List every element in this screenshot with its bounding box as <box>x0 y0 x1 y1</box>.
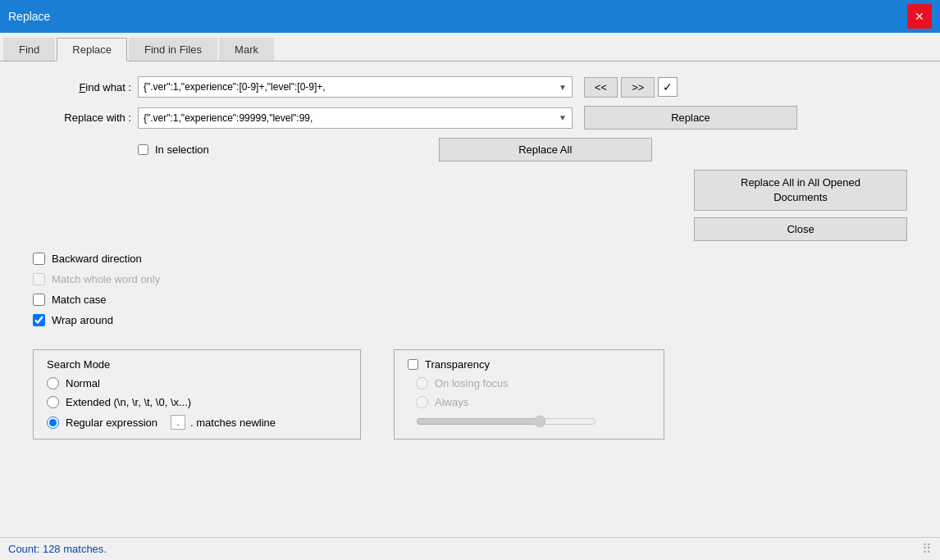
transparency-label: Transparency <box>425 358 490 371</box>
replace-with-row: Replace with : {".ver":1,"experience":99… <box>16 106 924 130</box>
next-button[interactable]: >> <box>621 77 655 98</box>
regex-radio[interactable] <box>47 417 59 429</box>
transparency-slider[interactable] <box>416 415 596 428</box>
replace-button[interactable]: Replace <box>584 106 797 130</box>
always-radio[interactable] <box>416 396 428 408</box>
title-bar: Replace ✕ <box>0 0 940 33</box>
extended-radio[interactable] <box>47 396 59 408</box>
backward-direction-label: Backward direction <box>52 253 142 265</box>
extended-label: Extended (\n, \r, \t, \0, \x...) <box>66 396 191 408</box>
tab-replace[interactable]: Replace <box>57 38 127 61</box>
on-losing-focus-radio[interactable] <box>416 377 428 389</box>
window-title: Replace <box>8 10 50 23</box>
replace-all-opened-button[interactable]: Replace All in All Opened Documents <box>694 170 907 211</box>
wrap-around-label: Wrap around <box>52 314 113 326</box>
replace-with-combo[interactable]: {".ver":1,"experience":99999,"level":99,… <box>138 107 573 129</box>
matches-newline-label: . matches newline <box>190 417 276 429</box>
find-what-label: Find what : <box>16 81 131 93</box>
find-what-row: Find what : {".ver":1,"experience":[0-9]… <box>16 76 924 98</box>
match-case-checkbox[interactable] <box>33 294 45 306</box>
tab-find[interactable]: Find <box>3 38 55 61</box>
tab-bar: Find Replace Find in Files Mark <box>0 33 940 61</box>
checkboxes-area: Backward direction Match whole word only… <box>16 253 924 326</box>
always-label: Always <box>435 396 468 408</box>
normal-label: Normal <box>66 377 100 389</box>
replace-with-value: {".ver":1,"experience":99999,"level":99, <box>144 112 313 124</box>
regex-label: Regular expression <box>66 417 157 429</box>
backward-direction-item: Backward direction <box>33 253 924 265</box>
find-what-arrow[interactable]: ▼ <box>559 83 567 92</box>
slider-row <box>408 415 650 430</box>
status-text: Count: 128 matches. <box>8 543 107 555</box>
match-whole-word-checkbox[interactable] <box>33 273 45 285</box>
on-losing-focus-label: On losing focus <box>435 377 509 389</box>
find-what-combo[interactable]: {".ver":1,"experience":[0-9]+,"level":[0… <box>138 76 573 98</box>
nav-buttons: << >> ✓ <box>584 77 678 98</box>
match-case-item: Match case <box>33 294 924 306</box>
match-whole-word-label: Match whole word only <box>52 273 160 285</box>
main-content: Find what : {".ver":1,"experience":[0-9]… <box>0 61 940 346</box>
wrap-around-checkbox[interactable] <box>33 314 45 326</box>
wrap-around-item: Wrap around <box>33 314 924 326</box>
prev-button[interactable]: << <box>584 77 618 98</box>
search-mode-box: Search Mode Normal Extended (\n, \r, \t,… <box>33 349 361 439</box>
status-bar: Count: 128 matches. ⠿ <box>0 537 940 560</box>
close-window-button[interactable]: ✕ <box>907 4 932 29</box>
close-dialog-button[interactable]: Close <box>694 217 907 241</box>
status-dots: ⠿ <box>922 541 932 557</box>
replace-with-arrow[interactable]: ▼ <box>559 113 567 122</box>
replace-all-button[interactable]: Replace All <box>439 138 652 162</box>
tab-mark[interactable]: Mark <box>219 38 274 61</box>
replace-with-label: Replace with : <box>16 112 131 124</box>
extended-radio-item: Extended (\n, \r, \t, \0, \x...) <box>47 396 347 408</box>
find-what-value: {".ver":1,"experience":[0-9]+,"level":[0… <box>144 81 326 93</box>
backward-direction-checkbox[interactable] <box>33 253 45 265</box>
in-selection-checkbox[interactable] <box>138 144 148 155</box>
match-whole-word-item: Match whole word only <box>33 273 924 285</box>
normal-radio[interactable] <box>47 377 59 389</box>
regex-radio-item: Regular expression <box>47 417 157 429</box>
always-item: Always <box>416 396 650 408</box>
normal-radio-item: Normal <box>47 377 347 389</box>
transparency-checkbox[interactable] <box>408 359 418 370</box>
transparency-options: On losing focus Always <box>408 377 650 408</box>
replace-all-opened-label: Replace All in All Opened Documents <box>741 176 860 203</box>
search-mode-title: Search Mode <box>47 358 347 371</box>
verify-checkbox[interactable]: ✓ <box>658 77 678 97</box>
tab-find-in-files[interactable]: Find in Files <box>129 38 217 61</box>
on-losing-focus-item: On losing focus <box>416 377 650 389</box>
bottom-row: Search Mode Normal Extended (\n, \r, \t,… <box>0 349 940 439</box>
in-selection-label: In selection <box>155 143 209 156</box>
matches-newline-box: . . matches newline <box>171 415 276 430</box>
transparency-header: Transparency <box>408 358 650 371</box>
dot-box: . <box>171 415 185 430</box>
match-case-label: Match case <box>52 294 106 306</box>
transparency-box: Transparency On losing focus Always <box>394 349 664 439</box>
